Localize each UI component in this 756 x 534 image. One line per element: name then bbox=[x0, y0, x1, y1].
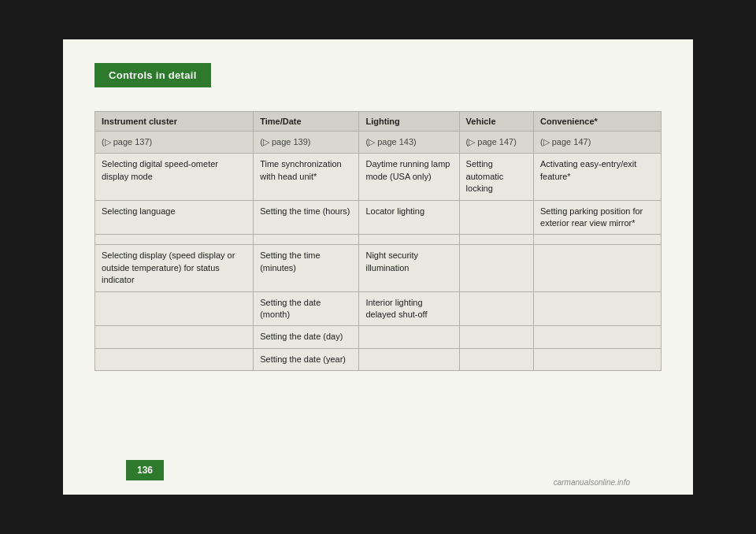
cell-instrument-5 bbox=[95, 291, 254, 326]
cell-time-5: Setting the date (month) bbox=[254, 291, 359, 326]
cell-lighting-7 bbox=[359, 348, 459, 370]
controls-table: Instrument cluster Time/Date Lighting Ve… bbox=[94, 111, 662, 371]
col-header-lighting: Lighting bbox=[359, 112, 459, 132]
table-row: Setting the date (day) bbox=[95, 326, 662, 348]
cell-time-4: Setting the time (minutes) bbox=[254, 245, 359, 291]
table-row: Setting the date (year) bbox=[95, 348, 662, 370]
subheader-vehicle: (▷ page 147) bbox=[459, 132, 533, 154]
cell-convenience-5 bbox=[534, 291, 662, 326]
subheader-convenience: (▷ page 147) bbox=[534, 132, 662, 154]
cell-lighting-2: Locator lighting bbox=[359, 200, 459, 235]
cell-vehicle-7 bbox=[459, 348, 533, 370]
table-row: Selecting display (speed display or outs… bbox=[95, 245, 662, 291]
cell-vehicle-4 bbox=[459, 245, 533, 291]
table-container: Instrument cluster Time/Date Lighting Ve… bbox=[94, 111, 662, 371]
cell-time-6: Setting the date (day) bbox=[254, 326, 359, 348]
cell-instrument-2: Selecting language bbox=[95, 200, 254, 235]
col-header-time: Time/Date bbox=[254, 112, 359, 132]
cell-convenience-2: Setting parking position for exterior re… bbox=[534, 200, 662, 235]
table-row bbox=[95, 235, 662, 245]
col-header-vehicle: Vehicle bbox=[459, 112, 533, 132]
col-header-convenience: Convenience* bbox=[534, 112, 662, 132]
cell-convenience-7 bbox=[534, 348, 662, 370]
cell-lighting-3 bbox=[359, 235, 459, 245]
cell-lighting-6 bbox=[359, 326, 459, 348]
cell-convenience-1: Activating easy-entry/exit feature* bbox=[534, 154, 662, 200]
table-row: Selecting language Setting the time (hou… bbox=[95, 200, 662, 235]
cell-convenience-4 bbox=[534, 245, 662, 291]
cell-vehicle-3 bbox=[459, 235, 533, 245]
subheader-time: (▷ page 139) bbox=[254, 132, 359, 154]
cell-lighting-5: Interior lighting delayed shut-off bbox=[359, 291, 459, 326]
cell-time-3 bbox=[254, 235, 359, 245]
subheader-instrument: (▷ page 137) bbox=[95, 132, 254, 154]
section-header: Controls in detail bbox=[94, 63, 211, 87]
cell-vehicle-5 bbox=[459, 291, 533, 326]
col-header-instrument: Instrument cluster bbox=[95, 112, 254, 132]
watermark: carmanualsonline.info bbox=[554, 478, 630, 487]
cell-convenience-3 bbox=[534, 235, 662, 245]
page-number: 136 bbox=[126, 460, 164, 480]
cell-lighting-4: Night security illumination bbox=[359, 245, 459, 291]
cell-instrument-1: Selecting digital speed-ometer display m… bbox=[95, 154, 254, 200]
page-content: Controls in detail Instrument cluster Ti… bbox=[63, 39, 693, 495]
table-row: Selecting digital speed-ometer display m… bbox=[95, 154, 662, 200]
cell-time-1: Time synchronization with head unit* bbox=[254, 154, 359, 200]
cell-vehicle-2 bbox=[459, 200, 533, 235]
cell-instrument-3 bbox=[95, 235, 254, 245]
cell-time-7: Setting the date (year) bbox=[254, 348, 359, 370]
cell-convenience-6 bbox=[534, 326, 662, 348]
cell-lighting-1: Daytime running lamp mode (USA only) bbox=[359, 154, 459, 200]
cell-time-2: Setting the time (hours) bbox=[254, 200, 359, 235]
table-row: Setting the date (month) Interior lighti… bbox=[95, 291, 662, 326]
cell-vehicle-1: Setting automatic locking bbox=[459, 154, 533, 200]
cell-instrument-7 bbox=[95, 348, 254, 370]
cell-instrument-4: Selecting display (speed display or outs… bbox=[95, 245, 254, 291]
subheader-lighting: (▷ page 143) bbox=[359, 132, 459, 154]
cell-instrument-6 bbox=[95, 326, 254, 348]
cell-vehicle-6 bbox=[459, 326, 533, 348]
subheader-row: (▷ page 137) (▷ page 139) (▷ page 143) (… bbox=[95, 132, 662, 154]
